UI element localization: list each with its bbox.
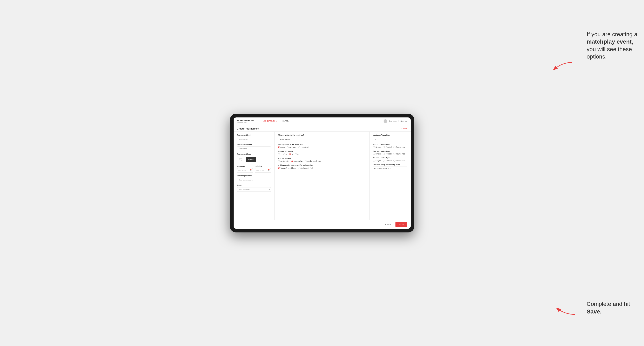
match-play-radio[interactable] [291, 160, 294, 162]
save-button[interactable]: Save [396, 222, 407, 227]
upload-button[interactable]: Upload [246, 157, 256, 162]
round-2-radio[interactable] [284, 153, 286, 155]
division-select[interactable]: NCAA Division I [278, 137, 366, 141]
footer: Cancel Save [234, 220, 410, 229]
gender-combined[interactable]: Combined [298, 146, 309, 148]
end-date-group: End date Pick a date 📅 [255, 165, 271, 173]
annotation-save: Complete and hit Save. [587, 300, 638, 315]
round3-fourball[interactable]: Fourball [383, 160, 392, 162]
stroke-play-radio[interactable] [278, 160, 280, 162]
teams-option[interactable]: Teams (+Individuals) [278, 167, 296, 169]
mens-radio[interactable] [278, 146, 280, 148]
round2-foursomes-label: Foursomes [396, 153, 405, 155]
round2-label: Round 2 - Match Type [373, 150, 407, 152]
round-1[interactable]: 1 [278, 153, 282, 155]
venue-input[interactable] [237, 187, 271, 192]
api-group: Use third-party live scoring API? Leader… [373, 164, 407, 170]
cancel-button[interactable]: Cancel [382, 222, 394, 227]
divider: | [398, 120, 399, 122]
round2-match-type: Round 2 - Match Type Singles Fourball [373, 150, 407, 155]
page-title: Create Tournament [237, 127, 259, 130]
round2-foursomes[interactable]: Foursomes [394, 153, 405, 155]
back-button[interactable]: ‹ Back [402, 128, 407, 130]
round3-singles-radio[interactable] [373, 160, 375, 162]
round1-fourball[interactable]: Fourball [383, 146, 392, 148]
round2-fourball[interactable]: Fourball [383, 153, 392, 155]
venue-dropdown-icon: ▾ [269, 188, 270, 190]
round-1-radio[interactable] [278, 153, 280, 155]
division-group: Which division is the event for? NCAA Di… [278, 134, 366, 142]
round3-match-type: Round 3 - Match Type Singles Fourball [373, 157, 407, 162]
round2-singles-label: Singles [376, 153, 381, 155]
form-right: Maximum Team Size Round 1 - Match Type S… [370, 132, 410, 220]
round2-fourball-radio[interactable] [383, 153, 385, 155]
round1-foursomes[interactable]: Foursomes [394, 146, 405, 148]
start-date-group: Start date Pick a date 📅 [237, 165, 253, 173]
brand-sub: Powered by clippt [237, 122, 254, 123]
scoring-match[interactable]: Match Play [291, 160, 303, 162]
round3-fourball-radio[interactable] [383, 160, 385, 162]
scoring-stroke[interactable]: Stroke Play [278, 160, 289, 162]
round1-fourball-radio[interactable] [383, 146, 385, 148]
max-team-size-input[interactable] [373, 137, 381, 141]
round2-singles[interactable]: Singles [373, 153, 381, 155]
round2-foursomes-radio[interactable] [394, 153, 396, 155]
end-date-input[interactable]: Pick a date 📅 [255, 168, 271, 173]
api-chevron-icon: ▾ [390, 167, 391, 169]
logo-placeholder [237, 156, 244, 163]
round-4-radio[interactable] [295, 153, 297, 155]
tournament-name-input[interactable] [237, 147, 271, 151]
round1-options: Singles Fourball Foursomes [373, 146, 407, 148]
tab-tournaments[interactable]: TOURNAMENTS [259, 117, 280, 125]
scoring-medal[interactable]: Medal Match Play [305, 160, 321, 162]
round-4[interactable]: 4 [295, 153, 298, 155]
rounds-label: Number of rounds [278, 150, 366, 153]
sign-out-link[interactable]: Sign out [400, 120, 407, 122]
round1-singles-radio[interactable] [373, 146, 375, 148]
nav-right: Test User | Sign out [384, 119, 407, 123]
round-4-label: 4 [298, 153, 298, 155]
api-remove-button[interactable]: ✕ [388, 167, 390, 169]
round2-options: Singles Fourball Foursomes [373, 153, 407, 155]
tournament-host-group: Tournament Host [237, 134, 271, 142]
sponsor-group: Sponsor (optional) [237, 175, 271, 182]
round-3-label: 3 [292, 153, 293, 155]
round3-singles-label: Singles [376, 160, 381, 162]
womens-radio[interactable] [287, 146, 289, 148]
start-date-input[interactable]: Pick a date 📅 [237, 168, 253, 173]
division-label: Which division is the event for? [278, 134, 366, 136]
round-2[interactable]: 2 [284, 153, 287, 155]
gender-group: Which gender is the event for? Mens Wome… [278, 144, 366, 148]
round3-singles[interactable]: Singles [373, 160, 381, 162]
individuals-option[interactable]: Individuals Only [298, 167, 314, 169]
individuals-radio[interactable] [298, 167, 300, 169]
gender-mens[interactable]: Mens [278, 146, 285, 148]
round1-foursomes-radio[interactable] [394, 146, 396, 148]
api-tag: Leaderboard King ✕ ▾ [373, 167, 407, 170]
round3-foursomes[interactable]: Foursomes [394, 160, 405, 162]
round-3-radio[interactable] [289, 153, 291, 155]
sponsor-input[interactable] [237, 177, 271, 182]
user-name: Test User [389, 120, 397, 122]
tab-teams[interactable]: TEAMS [280, 117, 292, 125]
date-group: Start date Pick a date 📅 End date Pick a… [237, 165, 271, 173]
tournament-host-input[interactable] [237, 137, 271, 141]
round3-foursomes-radio[interactable] [394, 160, 396, 162]
combined-radio[interactable] [298, 146, 300, 148]
round1-singles-label: Singles [376, 146, 381, 148]
date-row: Start date Pick a date 📅 End date Pick a… [237, 165, 271, 173]
round2-singles-radio[interactable] [373, 153, 375, 155]
start-date-placeholder: Pick a date [238, 170, 246, 171]
round-3[interactable]: 3 [289, 153, 293, 155]
teams-group: Is this event for Teams and/or Individua… [278, 164, 366, 169]
gender-womens[interactable]: Womens [287, 146, 296, 148]
arrow-save [553, 304, 578, 317]
medal-match-play-radio[interactable] [305, 160, 307, 162]
end-date-placeholder: Pick a date [256, 170, 264, 171]
brand-title: SCOREBOARD [237, 120, 254, 122]
teams-radio[interactable] [278, 167, 280, 169]
start-date-label: Start date [237, 165, 253, 167]
round1-singles[interactable]: Singles [373, 146, 381, 148]
round3-foursomes-label: Foursomes [396, 160, 405, 162]
teams-radio-group: Teams (+Individuals) Individuals Only [278, 167, 366, 169]
